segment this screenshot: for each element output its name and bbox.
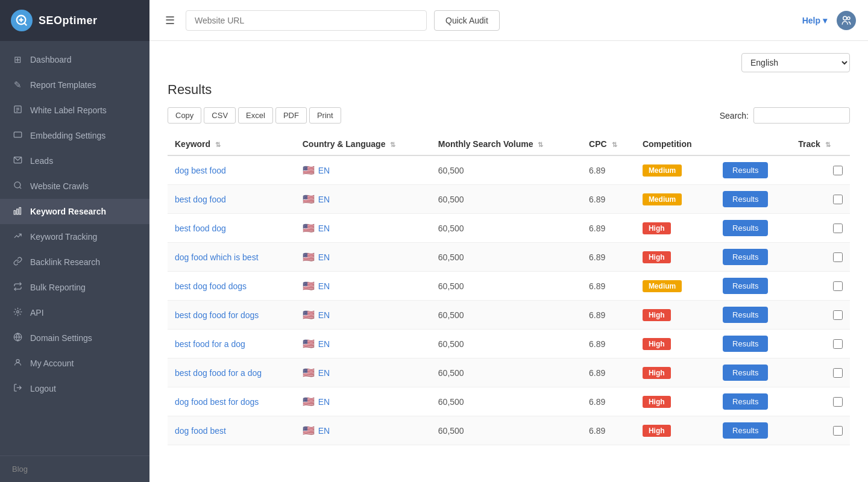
sidebar-item-label: White Label Reports [30,105,107,115]
sidebar-item-label: Bulk Reporting [30,283,86,292]
results-button[interactable]: Results [723,278,768,294]
sidebar-item-keyword-tracking[interactable]: Keyword Tracking [0,224,149,249]
keyword-tracking-icon [12,231,23,242]
excel-button[interactable]: Excel [238,107,273,124]
cell-country: 🇺🇸 EN [295,243,431,272]
flag-icon: 🇺🇸 [303,164,315,176]
track-checkbox[interactable] [833,252,843,262]
results-button[interactable]: Results [723,191,768,207]
table-row: best dog food dogs 🇺🇸 EN 60,500 6.89 Med… [168,272,850,301]
cell-track [791,387,850,416]
cell-competition: Medium [635,272,715,301]
sort-icon-volume[interactable]: ⇅ [538,141,543,149]
white-label-icon [12,105,23,116]
sidebar-item-label: Domain Settings [30,333,92,343]
table-row: best dog food for dogs 🇺🇸 EN 60,500 6.89… [168,301,850,330]
competition-badge: High [643,309,671,321]
results-button[interactable]: Results [723,422,768,439]
results-button[interactable]: Results [723,162,768,178]
track-checkbox[interactable] [833,426,843,436]
col-keyword: Keyword ⇅ [168,133,295,155]
cell-cpc: 6.89 [582,330,635,358]
print-button[interactable]: Print [309,107,341,124]
table-row: dog food which is best 🇺🇸 EN 60,500 6.89… [168,243,850,272]
logout-icon [12,383,23,394]
sort-icon-track[interactable]: ⇅ [825,141,831,149]
track-checkbox[interactable] [833,281,843,291]
cell-keyword: dog food best [168,416,295,445]
track-checkbox[interactable] [833,397,843,407]
sort-icon-keyword[interactable]: ⇅ [215,141,221,149]
cell-keyword: dog food which is best [168,243,295,272]
csv-button[interactable]: CSV [204,107,236,124]
sidebar-item-bulk-reporting[interactable]: Bulk Reporting [0,275,149,300]
cell-results-btn: Results [715,387,791,416]
results-button[interactable]: Results [723,393,768,410]
cell-cpc: 6.89 [582,272,635,301]
competition-badge: High [643,425,671,437]
competition-badge: High [643,396,671,408]
copy-button[interactable]: Copy [168,107,201,124]
results-button[interactable]: Results [723,365,768,381]
cell-cpc: 6.89 [582,387,635,416]
sidebar-navigation: ⊞ Dashboard ✎ Report Templates White Lab… [0,41,149,455]
cell-track [791,416,850,445]
competition-badge: Medium [643,164,682,177]
track-checkbox[interactable] [833,224,843,233]
language-row: English Spanish French German [168,53,850,72]
sidebar-item-keyword-research[interactable]: Keyword Research [0,199,149,224]
cell-results-btn: Results [715,243,791,272]
website-crawls-icon [12,181,23,192]
cell-volume: 60,500 [431,330,582,358]
report-templates-icon: ✎ [12,80,23,90]
cell-competition: High [635,416,715,445]
language-selector[interactable]: English Spanish French German [741,53,850,72]
sort-icon-cpc[interactable]: ⇅ [612,141,617,149]
sidebar-footer[interactable]: Blog [0,455,149,482]
track-checkbox[interactable] [833,166,843,175]
results-button[interactable]: Results [723,307,768,323]
sidebar-item-api[interactable]: API [0,300,149,325]
sidebar-item-my-account[interactable]: My Account [0,351,149,376]
cell-results-btn: Results [715,214,791,243]
pdf-button[interactable]: PDF [275,107,307,124]
competition-badge: High [643,367,671,379]
track-checkbox[interactable] [833,368,843,378]
svg-rect-5 [14,132,22,137]
flag-icon: 🇺🇸 [303,425,315,436]
track-checkbox[interactable] [833,339,843,349]
table-row: dog food best for dogs 🇺🇸 EN 60,500 6.89… [168,387,850,416]
results-button[interactable]: Results [723,249,768,265]
help-button[interactable]: Help ▾ [802,16,827,25]
sidebar-item-report-templates[interactable]: ✎ Report Templates [0,72,149,98]
cell-results-btn: Results [715,301,791,330]
svg-rect-10 [16,209,18,214]
sidebar-item-domain-settings[interactable]: Domain Settings [0,325,149,351]
sidebar-item-backlink-research[interactable]: Backlink Research [0,249,149,275]
sidebar-item-leads[interactable]: Leads [0,148,149,174]
sidebar-item-dashboard[interactable]: ⊞ Dashboard [0,47,149,72]
cell-volume: 60,500 [431,155,582,185]
search-input[interactable] [753,107,850,124]
cell-competition: High [635,358,715,387]
track-checkbox[interactable] [833,195,843,204]
flag-icon: 🇺🇸 [303,309,315,321]
flag-icon: 🇺🇸 [303,367,315,378]
sidebar-item-logout[interactable]: Logout [0,376,149,401]
users-icon[interactable] [837,11,856,30]
quick-audit-button[interactable]: Quick Audit [434,10,500,31]
cell-keyword: best dog food dogs [168,272,295,301]
sidebar-item-website-crawls[interactable]: Website Crawls [0,174,149,199]
sidebar-item-white-label-reports[interactable]: White Label Reports [0,98,149,123]
track-checkbox[interactable] [833,310,843,320]
cell-country: 🇺🇸 EN [295,155,431,185]
cell-country: 🇺🇸 EN [295,387,431,416]
results-button[interactable]: Results [723,220,768,236]
cell-cpc: 6.89 [582,214,635,243]
sidebar-item-embedding-settings[interactable]: Embedding Settings [0,123,149,148]
hamburger-button[interactable]: ☰ [162,10,178,31]
content-area: English Spanish French German Results Co… [149,41,868,482]
results-button[interactable]: Results [723,336,768,352]
sort-icon-country[interactable]: ⇅ [390,141,395,149]
url-input[interactable] [186,10,427,31]
